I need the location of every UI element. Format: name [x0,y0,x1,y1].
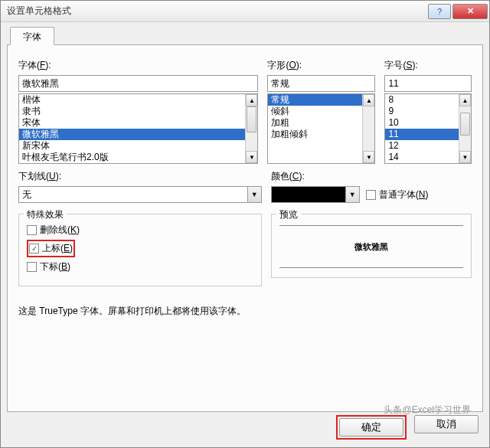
strikethrough-checkbox[interactable]: 删除线(K) [27,224,253,237]
font-listbox[interactable]: 楷体 隶书 宋体 微软雅黑 新宋体 叶根友毛笔行书2.0版 ▲ ▼ [18,93,258,164]
font-label: 字体(F): [18,59,258,72]
tab-font[interactable]: 字体 [10,27,54,45]
superscript-checkbox[interactable]: 上标(E) [29,242,73,255]
effects-group: 特殊效果 删除线(K) 上标(E) [18,214,262,286]
font-input[interactable] [18,75,258,92]
color-label: 颜色(C): [271,170,472,183]
tab-panel: 字体(F): 楷体 隶书 宋体 微软雅黑 新宋体 叶根友毛笔行书2.0版 [7,44,483,412]
checkbox-icon [27,225,37,235]
list-item[interactable]: 楷体 [19,94,257,106]
highlight-box: 确定 [336,415,407,440]
underline-value: 无 [18,186,248,203]
preview-group: 预览 微软雅黑 [271,214,472,278]
cancel-button[interactable]: 取消 [414,415,479,433]
scroll-up-icon[interactable]: ▲ [459,94,471,106]
preview-sample: 微软雅黑 [279,225,463,268]
style-label: 字形(O): [267,59,375,72]
highlight-box: 上标(E) [27,240,75,257]
chevron-down-icon[interactable]: ▼ [248,186,262,203]
underline-label: 下划线(U): [18,170,262,183]
scroll-down-icon[interactable]: ▼ [246,151,257,163]
checkbox-icon [29,244,39,253]
size-input[interactable] [384,75,472,92]
scrollbar[interactable]: ▲ ▼ [362,94,374,163]
color-swatch [271,186,346,203]
scroll-down-icon[interactable]: ▼ [459,151,471,163]
list-item[interactable]: 新宋体 [19,140,257,152]
scrollbar[interactable]: ▲ ▼ [245,94,257,163]
help-button[interactable]: ? [428,4,451,19]
chevron-down-icon[interactable]: ▼ [346,186,360,203]
window-title: 设置单元格格式 [7,5,426,18]
list-item[interactable]: 叶根友毛笔行书2.0版 [19,152,257,163]
font-description: 这是 TrueType 字体。屏幕和打印机上都将使用该字体。 [18,305,472,318]
titlebar: 设置单元格格式 ? ✕ [1,1,489,22]
list-item[interactable]: 加粗倾斜 [268,129,374,140]
checkbox-icon [366,190,376,200]
scroll-down-icon[interactable]: ▼ [363,151,374,163]
style-listbox[interactable]: 常规 倾斜 加粗 加粗倾斜 ▲ ▼ [267,93,375,164]
scroll-up-icon[interactable]: ▲ [246,94,257,106]
list-item[interactable]: 常规 [268,94,374,106]
scrollbar[interactable]: ▲ ▼ [459,94,471,163]
checkbox-icon [27,262,37,272]
client-area: 字体 字体(F): 楷体 隶书 宋体 微软雅黑 新宋体 [1,22,489,447]
size-label: 字号(S): [384,59,472,72]
style-input[interactable] [267,75,375,92]
preview-legend: 预览 [276,208,301,221]
window-buttons: ? ✕ [426,4,488,19]
list-item[interactable]: 加粗 [268,117,374,129]
effects-legend: 特殊效果 [24,208,67,221]
ok-button[interactable]: 确定 [339,418,403,437]
list-item[interactable]: 宋体 [19,117,257,129]
underline-combo[interactable]: 无 ▼ [18,186,262,203]
dialog-window: 设置单元格格式 ? ✕ 字体 字体(F): 楷体 隶书 宋体 [0,0,490,448]
list-item[interactable]: 倾斜 [268,106,374,117]
normal-font-checkbox[interactable]: 普通字体(N) [366,188,429,201]
dialog-footer: 确定 取消 [336,415,479,440]
scroll-up-icon[interactable]: ▲ [363,94,374,106]
list-item[interactable]: 隶书 [19,106,257,117]
color-combo[interactable]: ▼ [271,186,360,203]
subscript-checkbox[interactable]: 下标(B) [27,260,253,273]
size-listbox[interactable]: 8 9 10 11 12 14 ▲ ▼ [384,93,472,164]
list-item[interactable]: 微软雅黑 [19,129,257,140]
close-button[interactable]: ✕ [452,4,488,19]
